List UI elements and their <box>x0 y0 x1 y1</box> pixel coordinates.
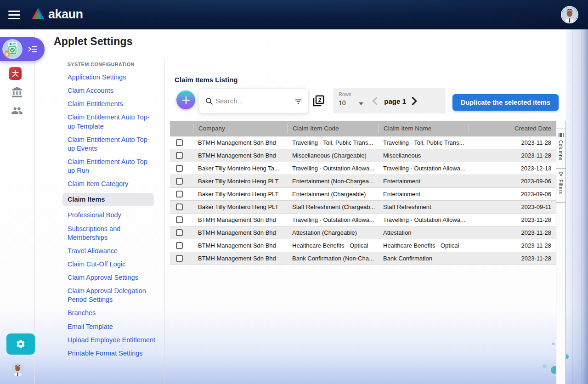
add-item-button[interactable] <box>176 90 195 109</box>
table-row[interactable]: Baker Tilly Monteiro Heng PLT Entertainm… <box>170 188 556 201</box>
applet-settings-screen: akaun <box>0 0 588 384</box>
filters-tab-label: Filters <box>558 180 564 194</box>
rows-dropdown-caret[interactable] <box>359 102 363 105</box>
nav-section-label: SYSTEM CONFIGURATION <box>68 62 156 67</box>
gear-icon <box>16 339 26 349</box>
table-header: Company Claim Item Code Claim Item Name … <box>170 121 556 136</box>
settings-nav-item[interactable]: Claim Entitlement Auto Top-up Run <box>68 158 156 175</box>
row-checkbox[interactable] <box>176 216 183 223</box>
row-checkbox[interactable] <box>176 139 183 146</box>
user-avatar[interactable] <box>561 6 578 23</box>
cell-created-date: 2023-11-28 <box>469 242 556 249</box>
cell-claim-item-code: Bank Confirmation (Non-Cha... <box>287 255 378 262</box>
settings-gear-button[interactable] <box>6 333 35 355</box>
header-claim-item-name[interactable]: Claim Item Name <box>378 124 469 133</box>
header-company[interactable]: Company <box>193 124 287 133</box>
settings-nav-item[interactable]: Claim Accounts <box>68 86 156 95</box>
filters-tab[interactable]: Filters <box>556 169 565 203</box>
cell-claim-item-code: Miscellaneous (Chargeable) <box>287 152 378 159</box>
next-page-button[interactable] <box>410 96 419 106</box>
columns-tab[interactable]: Columns <box>556 129 565 169</box>
cell-claim-item-name: Bank Confirmation <box>378 255 469 262</box>
svg-text:$: $ <box>6 52 8 56</box>
duplicate-selected-button[interactable]: Duplicate the selected items <box>452 94 559 111</box>
settings-nav-item[interactable]: Branches <box>68 309 156 317</box>
table-row[interactable]: BTMH Management Sdn Bhd Miscellaneous (C… <box>170 149 556 162</box>
cell-company: BTMH Management Sdn Bhd <box>193 139 287 146</box>
page-title: Applet Settings <box>54 35 133 48</box>
table-side-strip: Columns Filters <box>556 121 566 384</box>
settings-nav-item[interactable]: Claim Entitlement Auto Top-up Template <box>68 113 156 130</box>
cell-created-date: 2023-12-13 <box>469 165 556 172</box>
table-row[interactable]: BTMH Management Sdn Bhd Travelling - Tol… <box>170 136 556 149</box>
settings-nav-item[interactable]: Subscriptions and Memberships <box>68 225 156 242</box>
cell-company: BTMH Management Sdn Bhd <box>193 216 287 223</box>
hamburger-menu-icon[interactable] <box>8 11 20 19</box>
background-line <box>572 29 572 384</box>
cell-created-date: 2023-11-28 <box>469 152 556 159</box>
page-indicator: page 1 <box>381 97 409 105</box>
columns-tab-label: Columns <box>558 140 564 160</box>
row-checkbox[interactable] <box>176 178 183 185</box>
plus-icon <box>181 95 191 105</box>
user-avatar-small[interactable] <box>11 363 24 376</box>
bank-icon[interactable] <box>11 86 23 100</box>
settings-nav-item[interactable]: Upload Employee Entitlement <box>68 336 156 344</box>
cell-company: BTMH Management Sdn Bhd <box>193 255 287 262</box>
table-row[interactable]: BTMH Management Sdn Bhd Healthcare Benef… <box>170 239 556 252</box>
table-row[interactable]: Baker Tilly Monteiro Heng Ta... Travelli… <box>170 162 556 175</box>
row-checkbox[interactable] <box>176 255 183 262</box>
nav-content-divider <box>164 59 164 384</box>
rows-per-page-select[interactable]: 10 <box>339 99 346 107</box>
row-checkbox[interactable] <box>176 203 183 210</box>
settings-nav-item[interactable]: Claim Approval Settings <box>68 273 156 282</box>
cell-claim-item-code: Attestation (Chargeable) <box>287 229 378 236</box>
search-icon <box>205 97 214 107</box>
settings-nav-item[interactable]: Professional Body <box>68 211 156 220</box>
header-created-date[interactable]: Created Date <box>469 124 556 133</box>
row-checkbox[interactable] <box>176 152 183 159</box>
settings-nav-item[interactable]: Claim Items <box>62 193 154 206</box>
cell-claim-item-name: Entertainment <box>378 178 469 185</box>
strip-spacer <box>556 121 565 129</box>
settings-nav-item[interactable]: Application Settings <box>68 73 156 82</box>
cell-claim-item-code: Healthcare Benefits - Optical <box>287 242 378 249</box>
cell-created-date: 2023-11-28 <box>469 255 556 262</box>
table-row[interactable]: Baker Tilly Monteiro Heng PLT Entertainm… <box>170 175 556 188</box>
app-logo[interactable]: akaun <box>31 7 83 22</box>
row-checkbox[interactable] <box>176 242 183 249</box>
settings-nav-item[interactable]: Claim Entitlement Auto Top-up Events <box>68 136 156 153</box>
settings-nav-item[interactable]: Claim Entitlements <box>68 100 156 108</box>
dahua-app-icon[interactable] <box>9 67 22 80</box>
cell-created-date: 2023-11-28 <box>469 229 556 236</box>
table-row[interactable]: BTMH Management Sdn Bhd Attestation (Cha… <box>170 226 556 239</box>
row-checkbox[interactable] <box>176 165 183 172</box>
background-band <box>566 29 588 384</box>
cell-company: Baker Tilly Monteiro Heng Ta... <box>193 165 287 172</box>
row-checkbox[interactable] <box>176 191 183 198</box>
duplicate-pages-icon[interactable]: 2 <box>311 94 325 108</box>
settings-nav-item[interactable]: Claim Item Category <box>68 180 156 188</box>
settings-nav-item[interactable]: Claim Approval Delegation Period Setting… <box>68 287 156 304</box>
cell-claim-item-code: Staff Refreshment (Chargeab... <box>287 203 378 210</box>
cell-company: Baker Tilly Monteiro Heng PLT <box>193 191 287 198</box>
decor-dot <box>543 364 547 368</box>
settings-nav-item[interactable]: Email Template <box>68 322 156 331</box>
row-checkbox[interactable] <box>176 229 183 236</box>
previous-page-button[interactable] <box>371 96 380 106</box>
cell-claim-item-name: Attestation <box>378 229 469 236</box>
claim-app-icon[interactable]: $ <box>2 39 23 59</box>
search-input[interactable] <box>215 89 289 113</box>
people-icon[interactable] <box>11 105 23 119</box>
table-row[interactable]: Baker Tilly Monteiro Heng PLT Staff Refr… <box>170 201 556 214</box>
settings-nav-item[interactable]: Claim Cut-Off Logic <box>68 260 156 269</box>
header-claim-item-code[interactable]: Claim Item Code <box>287 124 378 133</box>
collapse-menu-icon[interactable] <box>28 44 38 54</box>
page-label: page <box>384 97 400 105</box>
filter-list-icon[interactable] <box>294 97 303 107</box>
table-row[interactable]: BTMH Management Sdn Bhd Travelling - Out… <box>170 214 556 226</box>
cell-created-date: 2023-09-06 <box>469 191 556 198</box>
settings-nav-item[interactable]: Printable Format Settings <box>68 349 156 358</box>
settings-nav-item[interactable]: Travel Allowance <box>68 247 156 255</box>
table-row[interactable]: BTMH Management Sdn Bhd Bank Confirmatio… <box>170 252 556 265</box>
